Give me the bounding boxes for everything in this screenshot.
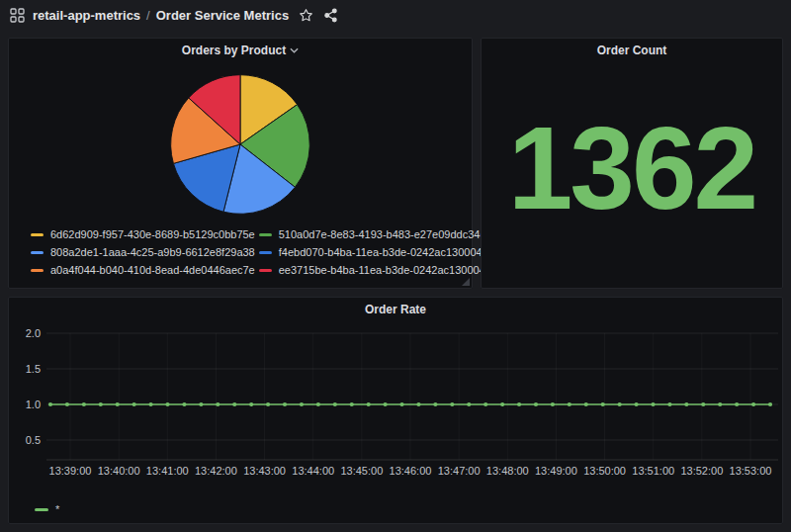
svg-text:2.0: 2.0	[26, 327, 41, 339]
legend-label: f4ebd070-b4ba-11ea-b3de-0242ac130004	[279, 246, 483, 258]
svg-text:13:51:00: 13:51:00	[632, 465, 674, 477]
dashboard-grid: Orders by Product 6d62d909-f957-430e-868…	[0, 30, 791, 532]
svg-text:13:50:00: 13:50:00	[583, 465, 626, 477]
svg-text:13:42:00: 13:42:00	[195, 465, 237, 477]
rate-legend-label[interactable]: *	[55, 503, 59, 515]
legend-item[interactable]: 6d62d909-f957-430e-8689-b5129c0bb75e	[31, 228, 255, 240]
svg-text:0.5: 0.5	[26, 434, 41, 446]
legend-color-marker	[259, 269, 272, 272]
svg-text:13:47:00: 13:47:00	[438, 465, 481, 477]
legend-item[interactable]: f4ebd070-b4ba-11ea-b3de-0242ac130004	[259, 246, 486, 258]
rate-panel-title[interactable]: Order Rate	[9, 298, 782, 321]
svg-text:13:40:00: 13:40:00	[98, 465, 140, 477]
pie-panel-title[interactable]: Orders by Product	[9, 39, 472, 62]
rate-legend: *	[9, 503, 782, 523]
legend-item[interactable]: ee3715be-b4ba-11ea-b3de-0242ac130004	[259, 264, 486, 276]
legend-color-marker	[31, 269, 44, 272]
rate-chart-area: 2.01.51.00.513:39:0013:40:0013:41:0013:4…	[9, 321, 782, 503]
legend-item[interactable]: a0a4f044-b040-410d-8ead-4de0446aec7e	[31, 264, 255, 276]
chevron-down-icon	[290, 47, 299, 53]
pie-chart[interactable]	[165, 69, 315, 220]
legend-label: a0a4f044-b040-410d-8ead-4de0446aec7e	[50, 264, 255, 276]
panel-orders-by-product: Orders by Product 6d62d909-f957-430e-868…	[8, 38, 473, 289]
svg-text:13:48:00: 13:48:00	[486, 465, 529, 477]
breadcrumb-separator: /	[146, 8, 150, 23]
legend-item[interactable]: 808a2de1-1aaa-4c25-a9b9-6612e8f29a38	[31, 246, 255, 258]
legend-label: 6d62d909-f957-430e-8689-b5129c0bb75e	[50, 228, 255, 240]
apps-grid-icon[interactable]	[10, 8, 25, 23]
panel-resize-handle[interactable]	[462, 278, 470, 286]
top-bar: retail-app-metrics / Order Service Metri…	[0, 0, 791, 30]
count-panel-title-text: Order Count	[597, 44, 667, 57]
svg-text:13:44:00: 13:44:00	[292, 465, 334, 477]
dashboard-title[interactable]: Order Service Metrics	[156, 8, 289, 23]
legend-label: ee3715be-b4ba-11ea-b3de-0242ac130004	[279, 264, 485, 276]
breadcrumb-folder[interactable]: retail-app-metrics	[33, 8, 140, 23]
legend-item[interactable]: 510a0d7e-8e83-4193-b483-e27e09ddc34d	[259, 228, 486, 240]
rate-chart[interactable]: 2.01.51.00.513:39:0013:40:0013:41:0013:4…	[13, 323, 780, 482]
svg-text:1.5: 1.5	[26, 363, 41, 375]
legend-color-marker	[259, 233, 272, 236]
order-count-value: 1362	[482, 62, 782, 288]
legend-label: 510a0d7e-8e83-4193-b483-e27e09ddc34d	[279, 228, 486, 240]
share-icon[interactable]	[323, 8, 338, 23]
legend-color-marker	[259, 251, 272, 254]
panel-order-count: Order Count 1362	[481, 38, 783, 289]
svg-text:13:52:00: 13:52:00	[680, 465, 723, 477]
legend-label: 808a2de1-1aaa-4c25-a9b9-6612e8f29a38	[50, 246, 255, 258]
star-icon[interactable]	[299, 8, 313, 23]
rate-legend-marker	[35, 508, 48, 511]
svg-text:13:41:00: 13:41:00	[146, 465, 189, 477]
count-panel-title[interactable]: Order Count	[482, 39, 782, 62]
svg-text:13:46:00: 13:46:00	[390, 465, 432, 477]
svg-text:13:39:00: 13:39:00	[49, 465, 92, 477]
panel-order-rate: Order Rate 2.01.51.00.513:39:0013:40:001…	[8, 297, 783, 524]
svg-text:13:49:00: 13:49:00	[535, 465, 577, 477]
svg-text:1.0: 1.0	[26, 399, 41, 410]
svg-text:13:43:00: 13:43:00	[243, 465, 286, 477]
breadcrumb: retail-app-metrics / Order Service Metri…	[33, 8, 289, 23]
pie-panel-title-text: Orders by Product	[182, 44, 286, 57]
legend-color-marker	[31, 233, 44, 236]
pie-chart-area	[9, 62, 472, 226]
legend-color-marker	[31, 251, 44, 254]
svg-text:13:45:00: 13:45:00	[340, 465, 383, 477]
pie-legend: 6d62d909-f957-430e-8689-b5129c0bb75e510a…	[9, 226, 472, 288]
rate-panel-title-text: Order Rate	[365, 303, 426, 316]
svg-text:13:53:00: 13:53:00	[730, 465, 772, 477]
